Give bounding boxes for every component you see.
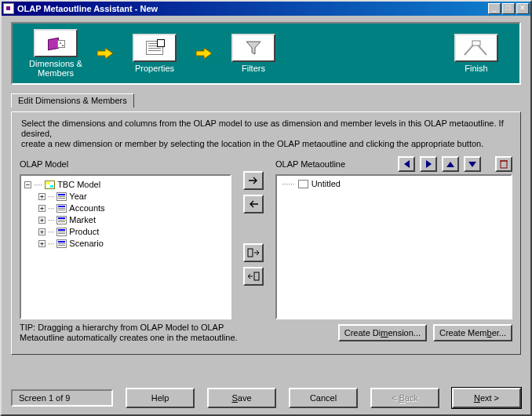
arrow-icon [96, 47, 115, 60]
create-member-button[interactable]: Create Member... [433, 324, 512, 341]
svg-rect-0 [472, 41, 480, 46]
olap-model-tree[interactable]: − ···· TBC Model +···Year +···Accounts +… [20, 174, 231, 319]
funnel-icon [231, 34, 275, 62]
outline-icon [298, 180, 308, 188]
step-properties[interactable]: Properties [122, 34, 187, 73]
finish-icon [454, 34, 498, 62]
minimize-button[interactable]: _ [488, 3, 501, 14]
remove-button[interactable] [243, 195, 264, 213]
tree-item[interactable]: +···Product [38, 226, 228, 238]
tree-item-label: Scenario [69, 238, 103, 250]
metaoutline-root-label: Untitled [312, 179, 341, 188]
delete-button[interactable] [495, 156, 512, 172]
maximize-button[interactable]: □ [502, 3, 515, 14]
app-icon [3, 3, 14, 14]
metaoutline-tree[interactable]: ······ Untitled [275, 174, 512, 319]
add-all-button[interactable] [243, 243, 264, 262]
tree-item-label: Market [69, 214, 96, 226]
close-button[interactable]: ✕ [516, 3, 529, 14]
step-label: Dimensions & Members [24, 59, 88, 78]
sheet-icon [56, 228, 67, 236]
sheet-icon [56, 192, 67, 201]
step-label: Filters [242, 64, 265, 73]
tree-item[interactable]: +···Market [38, 214, 228, 226]
tree-item-label: Product [69, 226, 99, 238]
tree-root[interactable]: − ···· TBC Model [24, 179, 228, 191]
move-up-button[interactable] [442, 156, 459, 172]
step-finish[interactable]: Finish [444, 34, 508, 73]
titlebar: OLAP Metaoutline Assistant - New _ □ ✕ [2, 2, 530, 16]
add-button[interactable] [243, 171, 264, 190]
olap-model-label: OLAP Model [20, 159, 68, 169]
tree-item[interactable]: +···Accounts [38, 203, 228, 214]
expand-icon[interactable]: + [38, 205, 46, 212]
client-area: Dimensions & Members Properties Filters [2, 16, 530, 385]
tree-item[interactable]: +···Scenario [38, 238, 228, 250]
tree-item[interactable]: ······ Untitled [282, 179, 506, 188]
save-button[interactable]: Save [207, 388, 276, 408]
instruction-line: Select the dimensions and columns from t… [21, 119, 504, 138]
olap-metaoutline-label: OLAP Metaoutline [275, 159, 345, 169]
expand-icon[interactable]: + [38, 217, 46, 224]
tree-item-label: Accounts [69, 203, 104, 214]
tree-item[interactable]: +···Year [38, 191, 228, 203]
step-dimensions-members[interactable]: Dimensions & Members [24, 29, 88, 78]
help-button[interactable]: Help [126, 388, 195, 408]
properties-icon [133, 34, 177, 62]
wizard-steps-banner: Dimensions & Members Properties Filters [11, 22, 521, 85]
create-dimension-button[interactable]: Create Dimension... [338, 324, 427, 341]
tab-edit-dimensions[interactable]: Edit Dimensions & Members [11, 93, 134, 108]
svg-rect-1 [248, 249, 253, 257]
cube-icon [34, 29, 78, 57]
move-left-button[interactable] [398, 156, 415, 172]
tabstrip: Edit Dimensions & Members [11, 93, 521, 107]
expand-icon[interactable]: + [38, 240, 46, 247]
cancel-button[interactable]: Cancel [289, 388, 358, 408]
step-filters[interactable]: Filters [221, 34, 286, 73]
remove-all-button[interactable] [243, 267, 264, 286]
sheet-icon [56, 204, 67, 213]
expand-icon[interactable]: + [38, 193, 46, 200]
svg-rect-2 [254, 272, 259, 280]
database-icon [45, 181, 55, 189]
tip-text: TIP: Dragging a hierarchy from OLAP Mode… [20, 323, 255, 343]
move-down-button[interactable] [464, 156, 481, 172]
instruction-line: create a new dimension or member by sele… [21, 139, 483, 148]
expand-icon[interactable]: + [38, 228, 46, 235]
window-controls: _ □ ✕ [488, 3, 529, 14]
sheet-icon [56, 216, 67, 224]
screen-indicator: Screen 1 of 9 [11, 389, 113, 407]
next-button[interactable]: Next > [452, 388, 521, 408]
window-title: OLAP Metaoutline Assistant - New [17, 4, 488, 13]
tab-panel: Select the dimensions and columns from t… [11, 111, 521, 355]
instructions: Select the dimensions and columns from t… [21, 119, 511, 149]
back-button[interactable]: < Back [370, 388, 439, 408]
sheet-icon [56, 239, 67, 248]
tree-item-label: Year [69, 191, 86, 203]
svg-rect-3 [501, 161, 507, 168]
tree-root-label: TBC Model [57, 179, 100, 191]
step-label: Properties [135, 64, 174, 73]
wizard-footer: Screen 1 of 9 Help Save Cancel < Back Ne… [2, 385, 530, 414]
app-window: OLAP Metaoutline Assistant - New _ □ ✕ D… [0, 0, 532, 416]
arrow-icon [195, 47, 213, 60]
step-label: Finish [465, 64, 487, 73]
move-right-button[interactable] [420, 156, 437, 172]
collapse-icon[interactable]: − [24, 181, 31, 188]
